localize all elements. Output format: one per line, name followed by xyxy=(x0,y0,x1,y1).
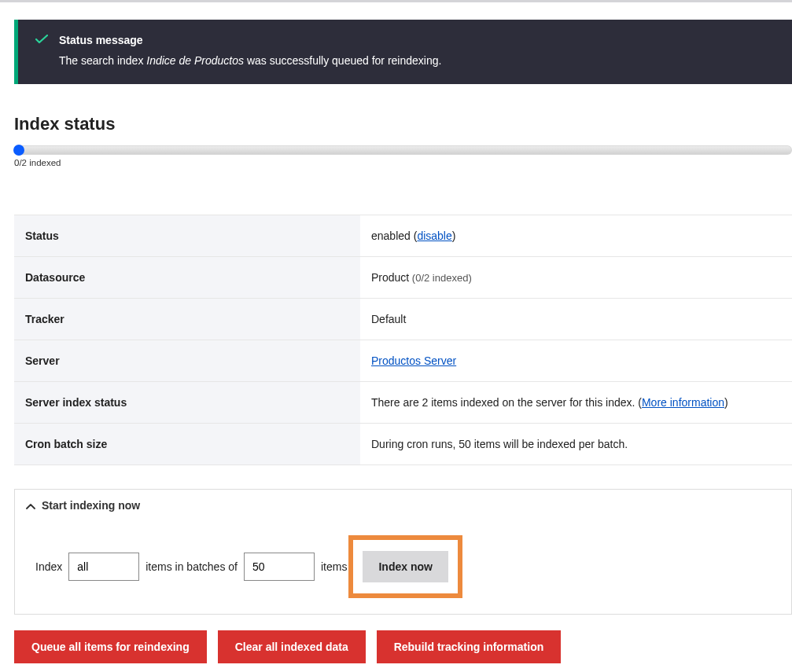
row-value-status: enabled (disable) xyxy=(360,215,792,257)
table-row: Server Productos Server xyxy=(14,340,792,382)
progress-bar xyxy=(14,145,792,155)
chevron-up-icon xyxy=(26,500,35,512)
row-label-status: Status xyxy=(14,215,360,257)
more-information-link[interactable]: More information xyxy=(642,396,724,409)
row-value-server: Productos Server xyxy=(360,340,792,382)
status-enabled-text: enabled xyxy=(371,230,411,242)
row-label-datasource: Datasource xyxy=(14,257,360,299)
server-index-status-prefix: There are 2 items indexed on the server … xyxy=(371,396,642,409)
clear-all-button[interactable]: Clear all indexed data xyxy=(218,630,366,663)
server-link[interactable]: Productos Server xyxy=(371,354,456,367)
table-row: Server index status There are 2 items in… xyxy=(14,382,792,424)
row-value-datasource: Product (0/2 indexed) xyxy=(360,257,792,299)
check-icon xyxy=(35,35,48,46)
table-row: Tracker Default xyxy=(14,299,792,340)
row-label-server-index-status: Server index status xyxy=(14,382,360,424)
index-row: Index items in batches of items Index no… xyxy=(15,521,791,598)
highlight-box: Index now xyxy=(348,535,462,598)
row-value-server-index-status: There are 2 items indexed on the server … xyxy=(360,382,792,424)
disable-link[interactable]: disable xyxy=(417,230,451,242)
progress-label: 0/2 indexed xyxy=(14,158,792,167)
label-batches: items in batches of xyxy=(146,560,238,573)
server-index-status-suffix: ) xyxy=(724,396,728,409)
row-value-cron: During cron runs, 50 items will be index… xyxy=(360,424,792,465)
index-now-button[interactable]: Index now xyxy=(363,551,448,582)
details-table: Status enabled (disable) Datasource Prod… xyxy=(14,215,792,465)
label-items: items xyxy=(321,560,347,573)
start-indexing-fieldset: Start indexing now Index items in batche… xyxy=(14,489,792,615)
status-message-index-name: Indice de Productos xyxy=(146,54,244,67)
datasource-value: Product xyxy=(371,271,409,284)
batch-size-input[interactable] xyxy=(244,553,315,581)
datasource-count: (0/2 indexed) xyxy=(409,272,472,284)
status-message-body: The search index Indice de Productos was… xyxy=(59,54,775,67)
table-row: Datasource Product (0/2 indexed) xyxy=(14,257,792,299)
top-divider xyxy=(0,0,792,2)
row-label-cron: Cron batch size xyxy=(14,424,360,465)
paren-close: ) xyxy=(452,230,456,242)
status-message-suffix: was successfully queued for reindexing. xyxy=(244,54,441,67)
progress-indicator xyxy=(13,145,24,156)
status-message-title: Status message xyxy=(59,34,143,46)
progress-bar-wrap: 0/2 indexed xyxy=(14,145,792,167)
table-row: Cron batch size During cron runs, 50 ite… xyxy=(14,424,792,465)
status-message-banner: Status message The search index Indice d… xyxy=(14,20,792,84)
row-label-server: Server xyxy=(14,340,360,382)
rebuild-tracking-button[interactable]: Rebuild tracking information xyxy=(377,630,562,663)
row-value-tracker: Default xyxy=(360,299,792,340)
fieldset-legend-text: Start indexing now xyxy=(42,499,140,512)
action-row: Queue all items for reindexing Clear all… xyxy=(14,630,792,663)
status-message-prefix: The search index xyxy=(59,54,146,67)
section-title: Index status xyxy=(14,114,792,134)
row-label-tracker: Tracker xyxy=(14,299,360,340)
label-index: Index xyxy=(35,560,62,573)
queue-all-button[interactable]: Queue all items for reindexing xyxy=(14,630,207,663)
index-count-input[interactable] xyxy=(68,553,139,581)
table-row: Status enabled (disable) xyxy=(14,215,792,257)
fieldset-legend[interactable]: Start indexing now xyxy=(15,490,791,521)
